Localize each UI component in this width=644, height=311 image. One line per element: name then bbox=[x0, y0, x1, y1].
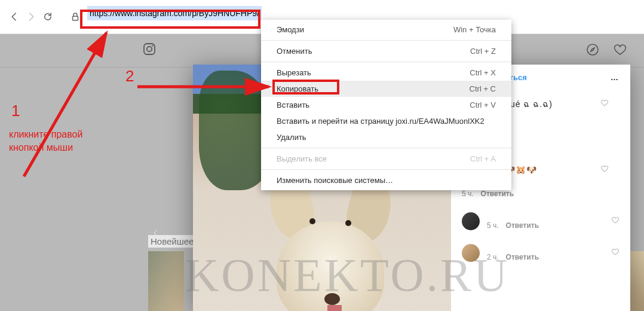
context-menu-item[interactable]: ОтменитьCtrl + Z bbox=[261, 43, 511, 59]
comment-time: 5 ч. bbox=[462, 189, 474, 199]
context-menu-item-shortcut: Ctrl + C bbox=[470, 84, 496, 93]
avatar[interactable] bbox=[462, 244, 480, 262]
like-icon[interactable] bbox=[600, 164, 609, 176]
like-icon[interactable] bbox=[600, 99, 609, 110]
reply-button[interactable]: Ответить bbox=[506, 252, 539, 263]
nav-back-button[interactable] bbox=[6, 8, 23, 25]
lock-icon[interactable] bbox=[67, 8, 84, 25]
context-menu-item-label: Копировать bbox=[277, 84, 318, 93]
context-menu-item-shortcut: Win + Точка bbox=[453, 25, 496, 34]
context-menu-separator bbox=[261, 62, 511, 62]
more-icon[interactable]: … bbox=[611, 73, 620, 82]
grid-thumb[interactable] bbox=[148, 251, 184, 311]
context-menu-item-shortcut: Ctrl + X bbox=[470, 68, 496, 77]
comment-row: 2 ч. Ответить bbox=[462, 244, 620, 263]
context-menu-item-label: Отменить bbox=[277, 47, 312, 56]
context-menu-item-label: Эмодзи bbox=[277, 25, 304, 34]
context-menu-item[interactable]: КопироватьCtrl + C bbox=[261, 81, 511, 97]
url-text: https://www.instagram.com/p/ByJ9HNUFHP9/ bbox=[87, 6, 262, 20]
context-menu-item: Выделить всеCtrl + A bbox=[261, 151, 511, 167]
nav-reload-button[interactable] bbox=[39, 8, 56, 25]
avatar[interactable] bbox=[462, 212, 480, 230]
comment-row: 5 ч. Ответить bbox=[462, 189, 620, 199]
svg-rect-0 bbox=[73, 16, 78, 20]
context-menu-item[interactable]: Изменить поисковые системы… bbox=[261, 172, 511, 188]
context-menu: ЭмодзиWin + ТочкаОтменитьCtrl + ZВырезат… bbox=[261, 20, 511, 190]
context-menu-item-label: Изменить поисковые системы… bbox=[277, 176, 393, 185]
like-icon[interactable] bbox=[611, 216, 620, 227]
context-menu-item-label: Вставить и перейти на страницу joxi.ru/E… bbox=[277, 117, 484, 126]
comment-time: 2 ч. bbox=[487, 252, 499, 263]
context-menu-separator bbox=[261, 40, 511, 41]
context-menu-item-shortcut: Ctrl + Z bbox=[470, 47, 496, 56]
nav-forward-button[interactable] bbox=[23, 8, 39, 25]
comment-row: 5 ч. Ответить bbox=[462, 212, 620, 231]
context-menu-item-shortcut: Ctrl + V bbox=[470, 100, 496, 109]
sidebar-newest-label: Новейшее bbox=[148, 235, 196, 248]
context-menu-item-label: Выделить все bbox=[277, 154, 327, 163]
reply-button[interactable]: Ответить bbox=[506, 221, 539, 231]
context-menu-separator bbox=[261, 169, 511, 170]
context-menu-item[interactable]: Вставить и перейти на страницу joxi.ru/E… bbox=[261, 113, 511, 129]
context-menu-item-label: Вырезать bbox=[277, 68, 311, 77]
context-menu-item-shortcut: Ctrl + A bbox=[470, 154, 496, 163]
context-menu-item-label: Удалить bbox=[277, 133, 306, 142]
like-icon[interactable] bbox=[611, 248, 620, 259]
context-menu-item-label: Вставить bbox=[277, 100, 309, 109]
context-menu-item[interactable]: ВставитьCtrl + V bbox=[261, 97, 511, 113]
comment-time: 5 ч. bbox=[487, 221, 499, 231]
context-menu-item[interactable]: Удалить bbox=[261, 129, 511, 145]
context-menu-separator bbox=[261, 148, 511, 148]
context-menu-item[interactable]: ЭмодзиWin + Точка bbox=[261, 22, 511, 38]
context-menu-item[interactable]: ВырезатьCtrl + X bbox=[261, 65, 511, 81]
reply-button[interactable]: Ответить bbox=[481, 189, 514, 199]
